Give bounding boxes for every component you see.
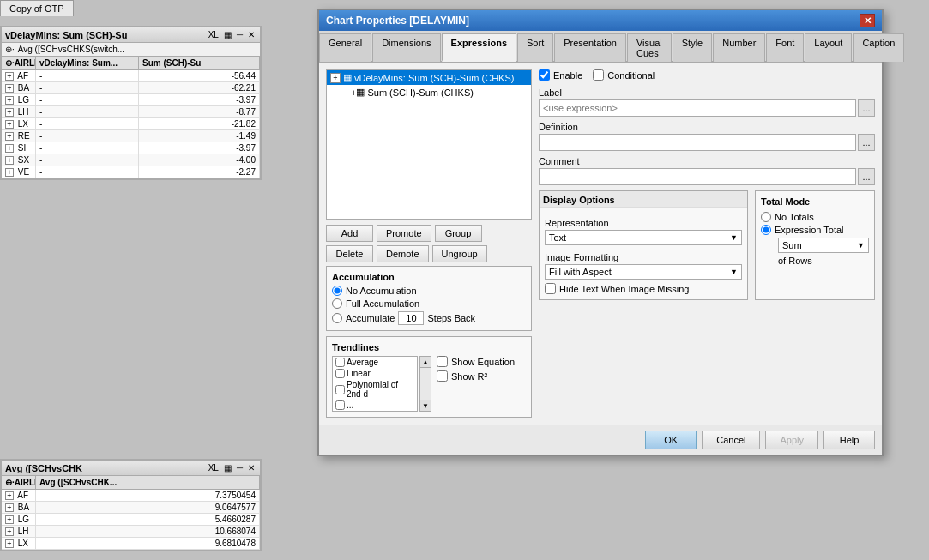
expand-btn[interactable]: + [5, 84, 14, 93]
trendlines-scrollbar[interactable]: ▲ ▼ [419, 356, 431, 412]
close-icon[interactable]: ✕ [246, 29, 256, 40]
no-accumulation-radio[interactable] [332, 286, 342, 296]
group-button[interactable]: Group [435, 225, 482, 242]
cancel-button[interactable]: Cancel [702, 431, 760, 449]
trend-linear-check[interactable] [335, 369, 345, 378]
tab-visual-cues[interactable]: Visual Cues [627, 33, 672, 62]
expand-btn[interactable]: + [5, 108, 14, 117]
expand-btn2[interactable]: + [5, 503, 14, 512]
tab-expressions[interactable]: Expressions [442, 33, 516, 62]
expand-btn[interactable]: + [5, 156, 14, 165]
expr-total-radio[interactable] [761, 225, 771, 235]
enable-checkbox[interactable] [539, 69, 550, 81]
header-airline2: ⊕·AIRLINE [2, 476, 36, 489]
close2-icon[interactable]: ✕ [246, 462, 256, 473]
image-formatting-dropdown[interactable]: Fill with Aspect ▼ [545, 264, 742, 280]
delete-button[interactable]: Delete [326, 245, 373, 262]
accumulate-radio[interactable] [332, 313, 342, 323]
expand-btn2[interactable]: + [5, 515, 14, 524]
definition-input-row: vDelayMins: Sum (SCH)-Sum (CHKS) ... [539, 134, 875, 151]
definition-ellipsis-button[interactable]: ... [858, 134, 875, 151]
cell-sum: -1.49 [139, 130, 260, 142]
expand-btn[interactable]: + [5, 120, 14, 129]
of-rows-text: of Rows [761, 256, 869, 266]
definition-input[interactable]: vDelayMins: Sum (SCH)-Sum (CHKS) [539, 134, 856, 151]
conditional-checkbox[interactable] [593, 69, 604, 81]
expand-btn2[interactable]: + [5, 527, 14, 536]
scroll-down-icon[interactable]: ▼ [419, 400, 431, 412]
ungroup-button[interactable]: Ungroup [432, 245, 487, 262]
expand-btn[interactable]: + [5, 144, 14, 153]
show-r2-check[interactable] [437, 370, 448, 382]
expand-btn[interactable]: + [5, 132, 14, 141]
trend-polynomial-check[interactable] [335, 385, 345, 394]
image-formatting-arrow-icon: ▼ [730, 268, 738, 276]
no-totals-radio[interactable] [761, 212, 771, 222]
expand-btn[interactable]: + [5, 72, 14, 81]
tab-caption[interactable]: Caption [853, 33, 904, 62]
cell-airline2: + LH [2, 526, 36, 537]
demote-button[interactable]: Demote [377, 245, 429, 262]
comment-input-row: ... [539, 168, 875, 185]
expand-btn2[interactable]: + [5, 539, 14, 548]
full-accumulation-radio[interactable] [332, 298, 342, 309]
label-input[interactable] [539, 99, 856, 117]
representation-dropdown[interactable]: Text ▼ [545, 230, 742, 245]
tab-layout[interactable]: Layout [805, 33, 852, 62]
comment-input[interactable] [539, 168, 856, 185]
tab-dimensions[interactable]: Dimensions [372, 33, 440, 62]
xl2-icon[interactable]: XL [207, 462, 220, 473]
help-button[interactable]: Help [823, 431, 875, 449]
trend-more[interactable]: ... [333, 400, 417, 411]
image-formatting-value: Fill with Aspect [549, 267, 612, 277]
minus2-icon[interactable]: ─ [235, 462, 244, 473]
comment-ellipsis-button[interactable]: ... [858, 168, 875, 185]
expression-tree[interactable]: + ▦ vDelayMins: Sum (SCH)-Sum (CHKS) + ▦… [326, 69, 532, 220]
expand-btn[interactable]: + [5, 168, 14, 177]
steps-input[interactable] [398, 311, 424, 325]
cell-vdelay: - [36, 142, 139, 154]
label-input-row: ... [539, 99, 875, 117]
table-row: + LG - -3.97 [2, 94, 260, 106]
trend-polynomial[interactable]: Polynomial of 2nd d [333, 379, 417, 400]
table-row: + AF - -56.44 [2, 70, 260, 82]
trend-more-check[interactable] [335, 400, 345, 410]
tree-item-vdelay[interactable]: + ▦ vDelayMins: Sum (SCH)-Sum (CHKS) [327, 70, 531, 85]
representation-label: Representation [545, 218, 742, 228]
tab-style[interactable]: Style [673, 33, 712, 62]
expand-btn[interactable]: + [5, 96, 14, 105]
ok-button[interactable]: OK [645, 431, 697, 449]
sum-dropdown[interactable]: Sum ▼ [778, 238, 869, 253]
scroll-up-icon[interactable]: ▲ [419, 356, 431, 368]
tab-sort[interactable]: Sort [517, 33, 553, 62]
minus-icon[interactable]: ─ [235, 29, 244, 40]
grid-icon[interactable]: ▦ [222, 29, 233, 40]
taskbar-tab[interactable]: Copy of OTP [0, 0, 74, 16]
hide-text-checkbox[interactable] [545, 283, 556, 294]
tab-general[interactable]: General [319, 33, 371, 62]
label-field-label: Label [539, 87, 875, 98]
expand-btn2[interactable]: + [5, 491, 14, 500]
promote-button[interactable]: Promote [377, 225, 431, 242]
tab-presentation[interactable]: Presentation [554, 33, 626, 62]
dialog-close-button[interactable]: ✕ [860, 14, 875, 27]
table-row: + SI - -3.97 [2, 142, 260, 154]
display-options-title: Display Options [540, 191, 747, 208]
trend-linear[interactable]: Linear [333, 368, 417, 379]
trend-average[interactable]: Average [333, 357, 417, 368]
trendlines-list[interactable]: Average Linear Polynomial of 2nd d [332, 356, 418, 412]
tree-expand-1[interactable]: + [330, 73, 341, 83]
tree-item-sum[interactable]: + ▦ Sum (SCH)-Sum (CHKS) [327, 85, 531, 99]
trend-average-check[interactable] [335, 358, 345, 367]
tab-font[interactable]: Font [766, 33, 804, 62]
add-button[interactable]: Add [326, 225, 373, 242]
tab-number[interactable]: Number [713, 33, 765, 62]
label-ellipsis-button[interactable]: ... [858, 99, 875, 117]
apply-button[interactable]: Apply [765, 431, 818, 449]
bottom-table-title: Avg ([SCHvsCHK [5, 463, 82, 473]
show-equation-check[interactable] [437, 356, 448, 367]
grid2-icon[interactable]: ▦ [222, 462, 233, 473]
cell-vdelay: - [36, 70, 139, 81]
comment-label: Comment [539, 156, 875, 166]
xl-icon[interactable]: XL [207, 29, 220, 40]
